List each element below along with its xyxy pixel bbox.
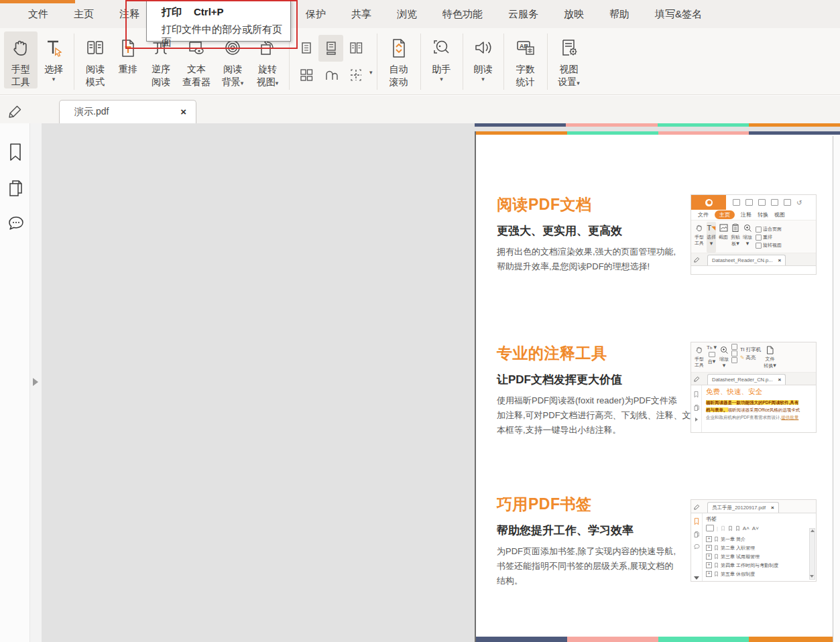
reflow-icon: [119, 34, 137, 63]
mini-typewriter-highlight: TI 打字机 ✎ 高亮: [740, 344, 761, 372]
menu-share[interactable]: 共享: [351, 8, 371, 21]
read-mode-button[interactable]: 阅读模式: [78, 31, 112, 88]
continuous-view-button[interactable]: [318, 35, 343, 62]
expand-panel-arrow[interactable]: [33, 378, 38, 386]
page-layout-caret[interactable]: [369, 69, 373, 76]
book-view-button[interactable]: [318, 62, 343, 88]
email-icon: [771, 199, 778, 206]
mini-page-tools-column: [731, 344, 737, 372]
assistant-button[interactable]: 助手: [425, 31, 459, 82]
edit-pencil-icon[interactable]: [8, 103, 24, 119]
menu-help[interactable]: 帮助: [609, 8, 629, 21]
menu-cloud[interactable]: 云服务: [508, 8, 538, 21]
panel-collapse-strip: [30, 123, 42, 642]
menu-protect[interactable]: 保护: [306, 8, 326, 21]
mini-menu-view: 视图: [774, 211, 785, 218]
mini-tab-close-icon: [771, 505, 774, 511]
toolbar-divider: [463, 34, 463, 90]
continuous-facing-view-button[interactable]: [294, 62, 318, 88]
comments-panel-icon[interactable]: [7, 214, 25, 233]
tooltip-description: 打印文件中的部分或所有页面: [162, 23, 290, 49]
hand-tool-button[interactable]: 手型工具: [4, 31, 38, 88]
mini-expand-arrow: [695, 418, 698, 422]
add-bookmark-icon: [721, 525, 725, 531]
tooltip-shortcut: Ctrl+P: [194, 6, 224, 17]
bookmark-item: 第二章 入职管理: [706, 543, 815, 552]
menu-comment[interactable]: 注释: [119, 8, 139, 21]
document-tab[interactable]: 演示.pdf: [59, 100, 196, 123]
mini-tab-close-icon: [778, 377, 781, 383]
print-icon: [758, 199, 766, 206]
mini-snapshot-tool: 截图: [719, 222, 728, 253]
navigation-sidebar: [0, 123, 30, 642]
assistant-icon: [431, 34, 453, 63]
read-aloud-button[interactable]: 朗读: [467, 31, 499, 82]
bookmark-item: 第一章 简介: [706, 535, 815, 543]
menu-features[interactable]: 特色功能: [442, 8, 483, 21]
read-aloud-caret[interactable]: [481, 76, 485, 82]
mini-pages-icon: [693, 404, 700, 411]
mini-tab-bar: Datasheet_Reader_CN.p...: [691, 373, 816, 385]
single-page-view-button[interactable]: [294, 35, 318, 62]
section-subtitle: 帮助您提升工作、学习效率: [497, 523, 693, 538]
page-bottom-stripe: [476, 637, 840, 642]
section-subtitle: 更强大、更实用、更高效: [497, 223, 693, 239]
pdf-page: 阅读PDF文档 更强大、更实用、更高效 拥有出色的文档渲染效果,强大的页面管理功…: [475, 131, 840, 642]
section-read-pdf: 阅读PDF文档 更强大、更实用、更高效 拥有出色的文档渲染效果,强大的页面管理功…: [497, 194, 693, 274]
mini-pencil-icon: [694, 503, 701, 510]
assistant-caret[interactable]: [440, 76, 443, 82]
toolbar: 手型工具 选择 阅读模式 重排 逆序阅读: [0, 28, 840, 95]
font-larger-icon: A˄: [743, 525, 749, 531]
mini-pages-icon: [693, 531, 700, 538]
menu-bar: 文件 主页 注释 保护 共享 浏览 特色功能 云服务 放映 帮助 填写&签名: [0, 0, 840, 28]
vertical-scrollbar[interactable]: [833, 136, 840, 642]
bookmarks-panel-icon[interactable]: [7, 142, 24, 162]
view-settings-caret[interactable]: [577, 80, 580, 86]
menu-fill-sign[interactable]: 填写&签名: [655, 8, 702, 21]
open-icon: [733, 199, 740, 206]
mini-toolbar: 手型工具 Tb 自 缩放: [691, 342, 816, 373]
view-settings-icon: [558, 34, 580, 63]
mini-doc-heading: 免费、快速、安全: [706, 387, 815, 397]
mini-text-tools-column: Tb 自: [707, 344, 717, 372]
mini-panel-title: 书签: [706, 515, 815, 523]
menu-file[interactable]: 文件: [28, 8, 48, 21]
undo-icon: ↺: [796, 199, 802, 206]
mini-bookmark-tree: 第一章 简介 第二章 入职管理 第三章 试用期管理 第四章 工作时间与考勤制度 …: [706, 535, 815, 578]
select-tool-button[interactable]: 选择: [38, 31, 70, 82]
split-view-button[interactable]: [343, 62, 368, 88]
reflow-button[interactable]: 重排: [112, 31, 144, 76]
read-background-caret[interactable]: [241, 80, 244, 86]
facing-view-button[interactable]: [343, 35, 368, 62]
section-body: 拥有出色的文档渲染效果,强大的页面管理功能, 帮助提升效率,是您阅读PDF的理想…: [497, 245, 693, 274]
mini-panel-toolbar: | A˄ A˅: [706, 525, 815, 531]
view-settings-button[interactable]: 视图设置: [552, 31, 587, 88]
mini-hand-tool: 手型工具: [695, 344, 704, 372]
mini-clipboard-tool: 剪贴板: [731, 222, 740, 253]
rotate-view-caret[interactable]: [276, 80, 279, 86]
document-tab-title: 演示.pdf: [74, 106, 180, 118]
bookmark-prev-icon: [735, 525, 740, 531]
tab-close-icon[interactable]: [180, 107, 186, 117]
select-dropdown-caret[interactable]: [52, 76, 56, 82]
thumbnail-annotate-ui: 手型工具 Tb 自 缩放: [691, 342, 817, 433]
bookmark-item: 第三章 试用期管理: [706, 552, 815, 561]
mini-tab-bar: Datasheet_Reader_CN.p...: [691, 253, 816, 266]
page-top-stripe: [476, 131, 840, 135]
word-count-button[interactable]: AB 字数统计: [508, 31, 543, 88]
fit-page-icon: [756, 227, 762, 233]
mini-sidebar: [691, 385, 702, 433]
mini-menu-convert: 转换: [758, 211, 768, 218]
mini-select-tool: T◥ 选择: [707, 222, 716, 253]
mini-file-convert: 文件转换: [764, 344, 776, 372]
mini-menu-comment: 注释: [741, 211, 752, 218]
mini-document-tab: 员工手册_20120917.pdf: [707, 502, 779, 513]
mini-tree-scrollbar: [809, 528, 815, 580]
menu-present[interactable]: 放映: [564, 8, 584, 21]
auto-scroll-button[interactable]: 自动滚动: [381, 31, 416, 88]
mini-pencil-icon: [694, 375, 701, 382]
menu-browse[interactable]: 浏览: [397, 8, 417, 21]
pages-panel-icon[interactable]: [7, 178, 24, 198]
section-title: 阅读PDF文档: [497, 194, 693, 215]
menu-home[interactable]: 主页: [74, 8, 94, 21]
